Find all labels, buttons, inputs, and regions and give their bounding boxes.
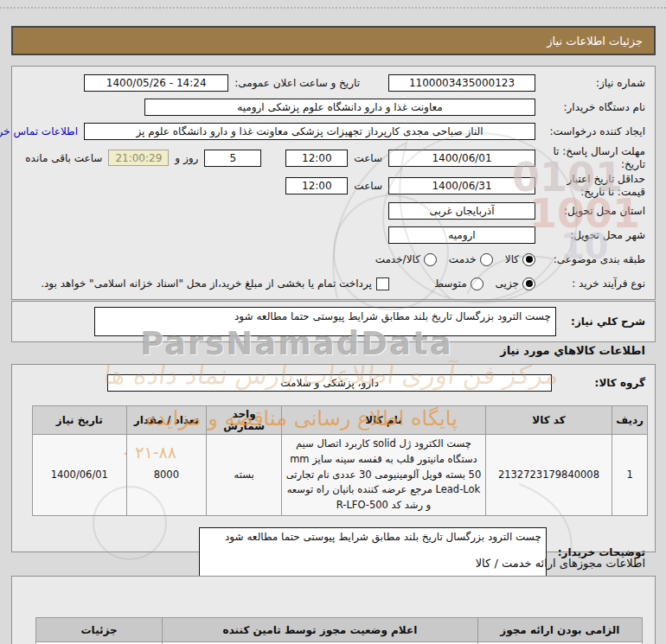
process-type-label: نوع فرآیند خرید :: [535, 277, 645, 290]
price-validity-row: حداقل تاریخ اعتبار قیمت: تا تاریخ: 1400/…: [12, 172, 655, 199]
deadline-hour-input[interactable]: 12:00: [285, 150, 348, 167]
announce-input[interactable]: 1400/05/26 - 14:24: [84, 74, 228, 92]
radio-minor[interactable]: [522, 277, 535, 290]
goods-cell-unit: بسته: [207, 435, 282, 516]
goods-cell-name: چست الکترود ژل solid کاربرد اتصال سیم دس…: [282, 435, 486, 516]
radio-medium-label: متوسط: [434, 277, 467, 290]
radio-goods-label: کالا: [505, 253, 519, 265]
procurement-detail-page: { "title_bar": { "title": "جزئیات اطلاعا…: [0, 0, 666, 644]
radio-minor-label: جزیی: [496, 277, 519, 290]
goods-cell-date: 1400/06/01: [33, 435, 127, 516]
creator-label: ایجاد کننده درخواست:: [535, 125, 645, 137]
permits-section-heading: اطلاعات مجوزهای ارائه خدمت / کالا: [476, 557, 645, 570]
goods-group-label: گروه کالا:: [552, 377, 645, 389]
buyer-notes-label: توضیحات خریدار:: [547, 527, 645, 558]
radio-goods[interactable]: [522, 253, 535, 266]
buyer-notes-textarea[interactable]: چست الترود بزرگسال تاریخ بلند مطابق شرای…: [199, 527, 547, 583]
general-desc-label: شرح کلي نیاز:: [556, 316, 645, 328]
goods-cell-row: 1: [612, 435, 648, 516]
province-input[interactable]: آذربایجان غربی: [388, 202, 535, 220]
buyer-contact-link[interactable]: اطلاعات تماس خریدار: [0, 125, 78, 137]
goods-col-unit: واحد شمارش: [207, 406, 282, 435]
need-number-label: شماره نیاز:: [535, 77, 645, 89]
permit-status-col: اعلام وضعیت مجوز توسط تامین کننده: [163, 618, 477, 642]
city-label: شهر محل تحویل:: [535, 229, 645, 241]
permits-table: الزامی بودن ارائه مجوز اعلام وضعیت مجوز …: [35, 617, 643, 644]
radio-medium[interactable]: [471, 277, 483, 290]
goods-box: گروه کالا: دارو، پزشکی و سلامت ردیف کد ک…: [11, 364, 656, 552]
radio-goods-service[interactable]: [424, 253, 437, 266]
permits-box: الزامی بودن ارائه مجوز اعلام وضعیت مجوز …: [11, 576, 656, 644]
validity-hour-label: ساعت: [348, 180, 388, 192]
validity-hour-input[interactable]: 12:00: [285, 177, 348, 194]
buyer-org-input[interactable]: معاونت غذا و دارو دانشگاه علوم پزشکی ارو…: [144, 99, 535, 116]
buyer-notes-row: توضیحات خریدار: چست الترود بزرگسال تاریخ…: [12, 527, 655, 583]
days-remaining-input[interactable]: 5: [204, 150, 261, 167]
remaining-label: ساعت باقی مانده: [19, 152, 108, 164]
buyer-org-row: نام دستگاه خریدار: معاونت غذا و دارو دان…: [12, 95, 655, 119]
goods-section-heading: اطلاعات کالاهاي مورد نیاز: [500, 344, 645, 357]
days-label: روز و: [169, 152, 204, 164]
general-desc-textarea[interactable]: چست الترود بزرگسال تاریخ بلند مطابق شرای…: [94, 307, 556, 336]
goods-group-row: گروه کالا: دارو، پزشکی و سلامت: [12, 373, 655, 393]
page-title: جزئیات اطلاعات نیاز: [547, 35, 643, 48]
goods-col-row: ردیف: [612, 406, 648, 435]
goods-col-qty: تعداد / مقدار: [126, 406, 206, 435]
countdown-timer: 21:00:29: [108, 150, 169, 166]
page-title-bar: جزئیات اطلاعات نیاز: [11, 26, 656, 55]
deadline-label: مهلت ارسال پاسخ: تا تاریخ:: [535, 145, 645, 170]
subject-class-label: طبقه بندی موضوعی:: [535, 253, 645, 265]
announce-label: تاریخ و ساعت اعلان عمومی:: [228, 77, 366, 89]
need-number-input[interactable]: 1100003435000123: [388, 74, 535, 92]
deadline-row: مهلت ارسال پاسخ: تا تاریخ: 1400/06/01 سا…: [12, 143, 655, 172]
subject-class-row: طبقه بندی موضوعی: کالا خدمت کالا/خدمت: [12, 247, 655, 271]
goods-table: ردیف کد کالا نام کالا واحد شمارش تعداد /…: [32, 405, 648, 516]
permit-required-col: الزامی بودن ارائه مجوز: [477, 618, 642, 642]
permit-details-col: جزئیات: [36, 618, 163, 642]
goods-col-date: تاریخ نیاز: [33, 406, 127, 435]
radio-goods-service-label: کالا/خدمت: [375, 253, 420, 265]
validity-date-input[interactable]: 1400/06/31: [388, 177, 535, 194]
goods-table-header-row: ردیف کد کالا نام کالا واحد شمارش تعداد /…: [33, 406, 648, 435]
general-desc-box: شرح کلي نیاز: چست الترود بزرگسال تاریخ ب…: [11, 301, 656, 342]
treasury-docs-checkbox[interactable]: [376, 277, 389, 290]
validity-label: حداقل تاریخ اعتبار قیمت: تا تاریخ:: [535, 173, 645, 198]
goods-col-name: نام کالا: [282, 406, 486, 435]
province-label: استان محل تحویل:: [535, 205, 645, 217]
top-divider: [0, 7, 666, 9]
goods-table-row: 1 2132723179840008 چست الکترود ژل solid …: [33, 435, 648, 516]
goods-group-input[interactable]: دارو، پزشکی و سلامت: [107, 374, 552, 392]
creator-input[interactable]: الناز صباحی مجدی کارپرداز تجهیزات پزشکی …: [84, 123, 535, 140]
radio-service-label: خدمت: [449, 253, 477, 265]
treasury-docs-label: پرداخت تمام یا بخشی از مبلغ خرید،از محل …: [41, 277, 372, 290]
radio-service[interactable]: [480, 253, 493, 266]
deadline-date-input[interactable]: 1400/06/01: [388, 150, 535, 167]
permits-header-row: الزامی بودن ارائه مجوز اعلام وضعیت مجوز …: [36, 618, 643, 642]
province-row: استان محل تحویل: آذربایجان غربی: [12, 199, 655, 223]
city-row: شهر محل تحویل: ارومیه: [12, 223, 655, 247]
creator-row: ایجاد کننده درخواست: الناز صباحی مجدی کا…: [12, 119, 655, 143]
process-type-row: نوع فرآیند خرید : جزیی متوسط پرداخت تمام…: [12, 271, 655, 296]
goods-cell-code: 2132723179840008: [485, 435, 612, 516]
need-info-box: شماره نیاز: 1100003435000123 تاریخ و ساع…: [11, 66, 656, 300]
city-input[interactable]: ارومیه: [388, 226, 535, 244]
goods-col-code: کد کالا: [485, 406, 612, 435]
goods-cell-qty: 8000: [126, 435, 206, 516]
deadline-hour-label: ساعت: [348, 152, 388, 164]
buyer-org-label: نام دستگاه خریدار:: [535, 101, 645, 113]
need-number-row: شماره نیاز: 1100003435000123 تاریخ و ساع…: [12, 71, 655, 95]
